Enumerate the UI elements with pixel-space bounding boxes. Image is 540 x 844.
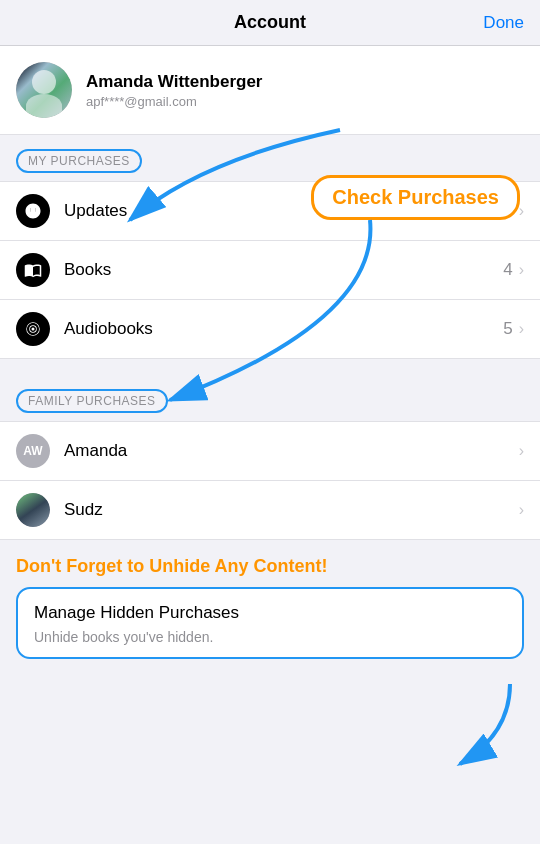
audiobooks-count: 5 (503, 319, 512, 339)
my-purchases-section-header-row: MY PURCHASES (0, 135, 540, 181)
updates-label: Updates (64, 201, 503, 221)
books-icon (16, 253, 50, 287)
header: Account Done (0, 0, 540, 46)
avatar (16, 62, 72, 118)
bottom-callout-row: Don't Forget to Unhide Any Content! (0, 540, 540, 587)
family-purchases-section-header-row: FAMILY PURCHASES (0, 375, 540, 421)
updates-chevron: › (519, 202, 524, 220)
profile-name: Amanda Wittenberger (86, 72, 262, 92)
list-item-sudz[interactable]: Sudz › (0, 481, 540, 539)
bottom-callout-text: Don't Forget to Unhide Any Content! (16, 556, 524, 577)
amanda-chevron: › (519, 442, 524, 460)
updates-count: 0 (503, 201, 512, 221)
profile-info: Amanda Wittenberger apf****@gmail.com (86, 72, 262, 109)
profile-email: apf****@gmail.com (86, 94, 262, 109)
list-item-audiobooks[interactable]: Audiobooks 5 › (0, 300, 540, 358)
profile-section[interactable]: Amanda Wittenberger apf****@gmail.com (0, 46, 540, 135)
gap-1 (0, 359, 540, 375)
manage-hidden-container: Manage Hidden Purchases Unhide books you… (0, 587, 540, 679)
family-purchases-list: AW Amanda › Sudz › (0, 421, 540, 540)
books-chevron: › (519, 261, 524, 279)
my-purchases-list: Updates 0 › Books 4 › Audiobooks 5 › (0, 181, 540, 359)
manage-hidden-subtitle: Unhide books you've hidden. (34, 629, 506, 645)
page-title: Account (234, 12, 306, 33)
arrow-3-svg (370, 674, 530, 794)
manage-hidden-box[interactable]: Manage Hidden Purchases Unhide books you… (16, 587, 524, 659)
amanda-label: Amanda (64, 441, 519, 461)
done-button[interactable]: Done (483, 13, 524, 33)
audiobooks-chevron: › (519, 320, 524, 338)
my-purchases-label: MY PURCHASES (16, 149, 142, 173)
audiobooks-label: Audiobooks (64, 319, 503, 339)
list-item-books[interactable]: Books 4 › (0, 241, 540, 300)
books-count: 4 (503, 260, 512, 280)
updates-icon (16, 194, 50, 228)
list-item-updates[interactable]: Updates 0 › (0, 182, 540, 241)
audiobooks-icon (16, 312, 50, 346)
books-label: Books (64, 260, 503, 280)
sudz-avatar (16, 493, 50, 527)
manage-hidden-title: Manage Hidden Purchases (34, 603, 506, 623)
list-item-amanda[interactable]: AW Amanda › (0, 422, 540, 481)
amanda-initials: AW (23, 444, 42, 458)
sudz-label: Sudz (64, 500, 519, 520)
family-purchases-label: FAMILY PURCHASES (16, 389, 168, 413)
amanda-avatar: AW (16, 434, 50, 468)
sudz-chevron: › (519, 501, 524, 519)
